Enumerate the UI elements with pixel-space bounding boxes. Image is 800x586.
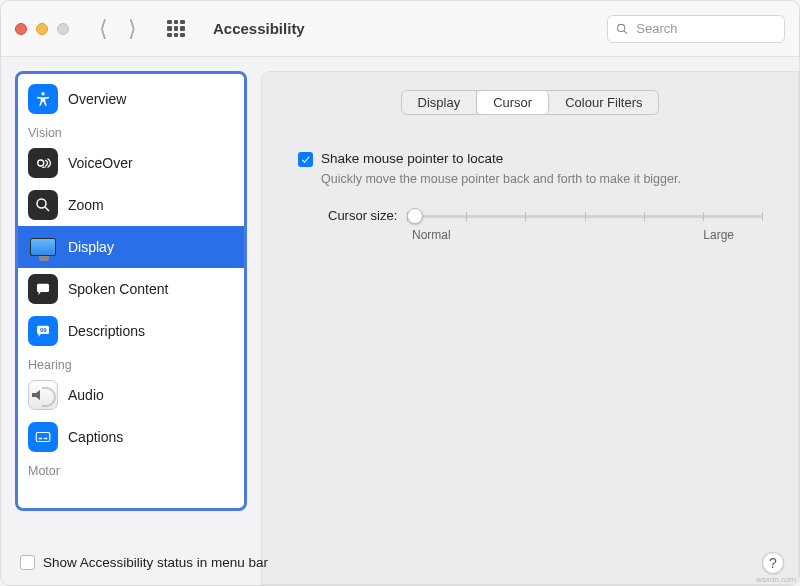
voiceover-icon [28,148,58,178]
sidebar-item-descriptions[interactable]: 99 Descriptions [18,310,244,352]
main-panel: Display Cursor Colour Filters Shake mous… [261,71,799,585]
sidebar-section-vision: Vision [18,120,244,142]
window-title: Accessibility [213,20,597,37]
sidebar-item-audio[interactable]: Audio [18,374,244,416]
status-menubar-label: Show Accessibility status in menu bar [43,555,268,570]
minimize-button[interactable] [36,23,48,35]
search-field[interactable] [607,15,785,43]
sidebar-item-overview[interactable]: Overview [18,78,244,120]
slider-max-label: Large [703,228,734,242]
sidebar-section-hearing: Hearing [18,352,244,374]
sidebar-item-label: Overview [68,91,126,107]
search-icon [616,22,628,36]
accessibility-icon [28,84,58,114]
svg-rect-10 [39,438,43,440]
svg-line-1 [624,30,627,33]
footer-option: Show Accessibility status in menu bar [20,555,268,570]
cursor-size-label: Cursor size: [328,208,397,223]
sidebar-item-display[interactable]: Display [18,226,244,268]
back-button[interactable]: ⟨ [99,18,108,40]
sidebar-item-captions[interactable]: Captions [18,416,244,458]
sidebar-item-zoom[interactable]: Zoom [18,184,244,226]
cursor-size-slider[interactable] [407,206,762,226]
shake-pointer-label: Shake mouse pointer to locate [321,151,503,166]
sidebar-item-label: VoiceOver [68,155,133,171]
svg-rect-11 [44,438,48,440]
titlebar: ⟨ ⟩ Accessibility [1,1,799,57]
spoken-content-icon [28,274,58,304]
tab-display[interactable]: Display [402,91,478,114]
svg-point-0 [618,24,625,31]
sidebar-item-label: Captions [68,429,123,445]
slider-min-label: Normal [412,228,451,242]
sidebar-item-label: Zoom [68,197,104,213]
audio-icon [28,380,58,410]
svg-text:99: 99 [40,327,47,333]
svg-point-2 [41,92,44,95]
tab-colour-filters[interactable]: Colour Filters [549,91,658,114]
close-button[interactable] [15,23,27,35]
svg-point-3 [38,160,44,166]
sidebar-item-label: Spoken Content [68,281,168,297]
svg-rect-6 [37,284,49,292]
tab-cursor[interactable]: Cursor [477,91,549,114]
tab-segmented-control: Display Cursor Colour Filters [401,90,660,115]
window-controls [15,23,69,35]
sidebar-item-label: Audio [68,387,104,403]
sidebar-item-spoken-content[interactable]: Spoken Content [18,268,244,310]
svg-rect-9 [36,433,50,442]
zoom-button[interactable] [57,23,69,35]
shake-pointer-description: Quickly move the mouse pointer back and … [321,171,701,188]
nav-arrows: ⟨ ⟩ [99,18,137,40]
search-input[interactable] [634,20,776,37]
captions-icon [28,422,58,452]
svg-point-4 [37,199,46,208]
status-menubar-checkbox[interactable] [20,555,35,570]
zoom-icon [28,190,58,220]
sidebar-section-motor: Motor [18,458,244,480]
watermark: wsxdn.com [756,575,796,584]
shake-pointer-checkbox[interactable] [298,152,313,167]
forward-button[interactable]: ⟩ [128,18,137,40]
display-icon [28,232,58,262]
sidebar: Overview Vision VoiceOver Zoom Displa [15,71,247,511]
slider-knob[interactable] [407,208,423,224]
svg-line-5 [45,207,49,211]
help-button[interactable]: ? [762,552,784,574]
checkmark-icon [300,154,311,165]
sidebar-item-label: Display [68,239,114,255]
sidebar-item-voiceover[interactable]: VoiceOver [18,142,244,184]
all-prefs-button[interactable] [167,20,185,38]
descriptions-icon: 99 [28,316,58,346]
sidebar-item-label: Descriptions [68,323,145,339]
